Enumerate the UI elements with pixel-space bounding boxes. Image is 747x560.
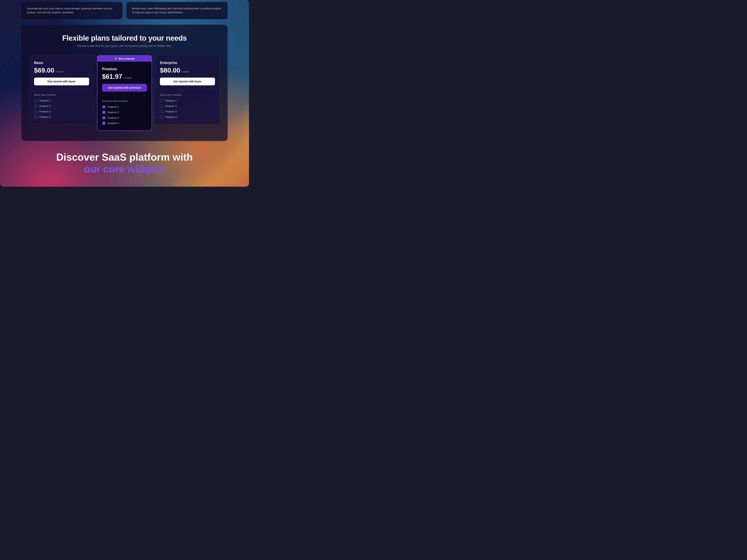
premium-plan-card: Premium $61.97 / month Get started with … [97, 62, 152, 131]
check-filled-icon [102, 105, 106, 109]
basic-price-period: / month [55, 70, 63, 73]
premium-price-period: / month [123, 76, 131, 79]
premium-feature-list: Feature 1 Feature 2 Feature 3 Featu [102, 105, 147, 125]
plans-grid: Basic $69.00 / month Get started with ba… [29, 55, 220, 131]
premium-feature-2: Feature 2 [108, 111, 119, 114]
basic-includes-label: Basic plan includes: [34, 93, 89, 96]
enterprise-feature-4: Feature 4 [165, 115, 177, 118]
check-outline-icon [34, 99, 37, 103]
premium-feature-1: Feature 1 [108, 105, 119, 108]
basic-plan-name: Basic [34, 61, 89, 65]
basic-feature-list: Feature 1 Feature 2 Feature 3 Feature 4 [34, 99, 89, 119]
list-item: Feature 1 [34, 99, 89, 103]
premium-cta-button[interactable]: Get started with premium [102, 84, 147, 91]
basic-divider [34, 89, 89, 89]
enterprise-plan-name: Enterprise [160, 61, 215, 65]
basic-price-amount: $69.00 [34, 66, 54, 74]
basic-feature-4: Feature 4 [40, 115, 51, 118]
list-item: Feature 1 [160, 99, 215, 103]
sales-tracking-card: Monitor your sales effortlessly with rea… [126, 2, 228, 19]
most-popular-badge: ⚡ Most popular [97, 55, 152, 62]
list-item: Feature 2 [34, 104, 89, 108]
enterprise-price-period: / month [181, 70, 189, 73]
basic-feature-3: Feature 3 [40, 110, 51, 113]
basic-plan-card: Basic $69.00 / month Get started with ba… [29, 55, 94, 125]
check-filled-icon [102, 116, 106, 119]
list-item: Feature 4 [102, 122, 147, 125]
discover-title-line2: our core widgets [56, 163, 193, 175]
enterprise-feature-list: Feature 1 Feature 2 Feature 3 Feature 4 [160, 99, 215, 119]
enterprise-feature-1: Feature 1 [165, 99, 177, 102]
check-outline-icon [160, 115, 163, 119]
premium-feature-4: Feature 4 [108, 122, 119, 125]
list-item: Feature 1 [102, 105, 147, 109]
list-item: Feature 2 [102, 111, 147, 114]
cloud-storage-card: Automatically sync your data to cloud st… [21, 2, 123, 19]
pricing-title: Flexible plans tailored to your needs [29, 34, 220, 43]
premium-price-amount: $61.97 [102, 73, 122, 80]
badge-text: Most popular [119, 57, 135, 60]
premium-includes-label: Premium plan includes: [102, 100, 147, 103]
basic-plan-price: $69.00 / month [34, 66, 89, 74]
check-outline-icon [34, 110, 37, 113]
pricing-subtitle: Choose a plan that fits your goals, with… [29, 44, 220, 48]
list-item: Feature 4 [34, 115, 89, 119]
enterprise-cta-button[interactable]: Get started with basic [160, 78, 215, 85]
discover-title-line1: Discover SaaS platform with [56, 151, 193, 163]
list-item: Feature 3 [160, 110, 215, 113]
basic-feature-1: Feature 1 [40, 99, 51, 102]
check-outline-icon [34, 104, 37, 108]
enterprise-divider [160, 89, 215, 89]
check-outline-icon [160, 104, 163, 108]
enterprise-plan-price: $80.00 / month [160, 66, 215, 74]
enterprise-price-amount: $80.00 [160, 66, 180, 74]
enterprise-feature-2: Feature 2 [165, 105, 177, 108]
check-outline-icon [34, 115, 37, 119]
pricing-section: Flexible plans tailored to your needs Ch… [21, 25, 228, 141]
basic-cta-button[interactable]: Get started with basic [34, 78, 89, 85]
lightning-icon: ⚡ [114, 57, 118, 60]
list-item: Feature 4 [160, 115, 215, 119]
list-item: Feature 3 [34, 110, 89, 113]
basic-feature-2: Feature 2 [40, 105, 51, 108]
list-item: Feature 3 [102, 116, 147, 119]
premium-plan-price: $61.97 / month [102, 73, 147, 80]
sales-card-text: Monitor your sales effortlessly with rea… [132, 7, 222, 15]
enterprise-includes-label: Basic plan includes: [160, 93, 215, 96]
premium-plan-wrapper: ⚡ Most popular Premium $61.97 / month Ge… [97, 55, 152, 131]
check-filled-icon [102, 122, 106, 125]
bottom-section: Discover SaaS platform with our core wid… [56, 151, 193, 175]
check-outline-icon [160, 110, 163, 113]
top-cards-section: Automatically sync your data to cloud st… [21, 0, 228, 19]
enterprise-plan-card: Enterprise $80.00 / month Get started wi… [155, 55, 220, 125]
check-outline-icon [160, 99, 163, 103]
list-item: Feature 2 [160, 104, 215, 108]
premium-feature-3: Feature 3 [108, 116, 119, 119]
check-filled-icon [102, 111, 106, 114]
premium-plan-name: Premium [102, 67, 147, 71]
enterprise-feature-3: Feature 3 [165, 110, 177, 113]
pricing-header: Flexible plans tailored to your needs Ch… [29, 34, 220, 48]
cloud-card-text: Automatically sync your data to cloud st… [27, 7, 117, 15]
